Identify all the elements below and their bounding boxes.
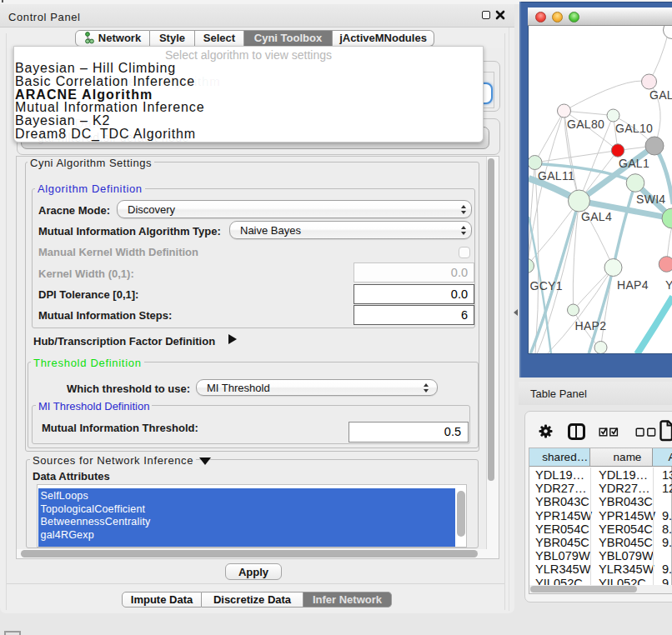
svg-text:GAL1: GAL1	[619, 157, 649, 170]
svg-text:HAP2: HAP2	[575, 319, 607, 332]
svg-text:GAL4: GAL4	[581, 210, 612, 223]
svg-text:GCY1: GCY1	[530, 279, 563, 292]
svg-text:YJ: YJ	[665, 278, 672, 292]
svg-text:GAL80: GAL80	[567, 118, 604, 131]
svg-text:GAL11: GAL11	[538, 169, 574, 182]
svg-text:SWI4: SWI4	[636, 192, 665, 206]
svg-text:GAL10: GAL10	[615, 122, 653, 135]
svg-text:HAP4: HAP4	[617, 278, 649, 292]
svg-text:GAL7: GAL7	[649, 88, 672, 102]
